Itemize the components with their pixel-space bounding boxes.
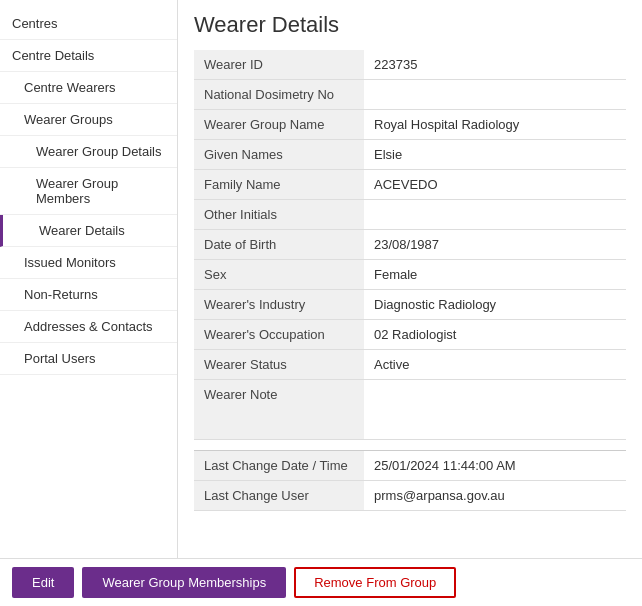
detail-table: Wearer ID223735National Dosimetry NoWear… (194, 50, 626, 440)
detail-value: 23/08/1987 (364, 230, 626, 260)
detail-label: National Dosimetry No (194, 80, 364, 110)
detail-row: Family NameACEVEDO (194, 170, 626, 200)
sidebar-item-addresses-contacts[interactable]: Addresses & Contacts (0, 311, 177, 343)
audit-label: Last Change User (194, 481, 364, 511)
audit-value: prms@arpansa.gov.au (364, 481, 626, 511)
sidebar-item-centre-details[interactable]: Centre Details (0, 40, 177, 72)
detail-value: 223735 (364, 50, 626, 80)
audit-label: Last Change Date / Time (194, 451, 364, 481)
sidebar-item-centre-wearers[interactable]: Centre Wearers (0, 72, 177, 104)
detail-label: Wearer Note (194, 380, 364, 440)
sidebar-item-non-returns[interactable]: Non-Returns (0, 279, 177, 311)
detail-value: 02 Radiologist (364, 320, 626, 350)
remove-from-group-button[interactable]: Remove From Group (294, 567, 456, 598)
audit-row: Last Change Userprms@arpansa.gov.au (194, 481, 626, 511)
detail-value: Diagnostic Radiology (364, 290, 626, 320)
detail-label: Sex (194, 260, 364, 290)
detail-row: Wearer StatusActive (194, 350, 626, 380)
edit-button[interactable]: Edit (12, 567, 74, 598)
detail-value (364, 200, 626, 230)
detail-value (364, 80, 626, 110)
detail-row: Wearer Note (194, 380, 626, 440)
detail-row: Wearer ID223735 (194, 50, 626, 80)
sidebar-item-wearer-group-details[interactable]: Wearer Group Details (0, 136, 177, 168)
detail-value: Elsie (364, 140, 626, 170)
sidebar-item-wearer-details[interactable]: Wearer Details (0, 215, 177, 247)
detail-row: Other Initials (194, 200, 626, 230)
footer-bar: Edit Wearer Group Memberships Remove Fro… (0, 558, 642, 606)
detail-row: Given NamesElsie (194, 140, 626, 170)
detail-row: Wearer Group NameRoyal Hospital Radiolog… (194, 110, 626, 140)
detail-value: Active (364, 350, 626, 380)
wearer-group-memberships-button[interactable]: Wearer Group Memberships (82, 567, 286, 598)
detail-row: Wearer's Occupation02 Radiologist (194, 320, 626, 350)
detail-label: Date of Birth (194, 230, 364, 260)
main-content: Wearer Details Wearer ID223735National D… (178, 0, 642, 558)
detail-value: ACEVEDO (364, 170, 626, 200)
sidebar-item-wearer-groups[interactable]: Wearer Groups (0, 104, 177, 136)
sidebar-item-portal-users[interactable]: Portal Users (0, 343, 177, 375)
sidebar-item-centres[interactable]: Centres (0, 8, 177, 40)
detail-row: National Dosimetry No (194, 80, 626, 110)
sidebar-item-wearer-group-members[interactable]: Wearer Group Members (0, 168, 177, 215)
detail-row: Date of Birth23/08/1987 (194, 230, 626, 260)
detail-label: Family Name (194, 170, 364, 200)
audit-row: Last Change Date / Time25/01/2024 11:44:… (194, 451, 626, 481)
sidebar-item-issued-monitors[interactable]: Issued Monitors (0, 247, 177, 279)
detail-value: Female (364, 260, 626, 290)
page-title: Wearer Details (194, 12, 626, 38)
detail-row: Wearer's IndustryDiagnostic Radiology (194, 290, 626, 320)
detail-label: Given Names (194, 140, 364, 170)
detail-label: Wearer's Industry (194, 290, 364, 320)
audit-table: Last Change Date / Time25/01/2024 11:44:… (194, 450, 626, 511)
audit-value: 25/01/2024 11:44:00 AM (364, 451, 626, 481)
detail-label: Other Initials (194, 200, 364, 230)
detail-label: Wearer Status (194, 350, 364, 380)
detail-row: SexFemale (194, 260, 626, 290)
detail-value: Royal Hospital Radiology (364, 110, 626, 140)
detail-value (364, 380, 626, 440)
detail-label: Wearer ID (194, 50, 364, 80)
detail-label: Wearer Group Name (194, 110, 364, 140)
sidebar: CentresCentre DetailsCentre WearersWeare… (0, 0, 178, 558)
detail-label: Wearer's Occupation (194, 320, 364, 350)
